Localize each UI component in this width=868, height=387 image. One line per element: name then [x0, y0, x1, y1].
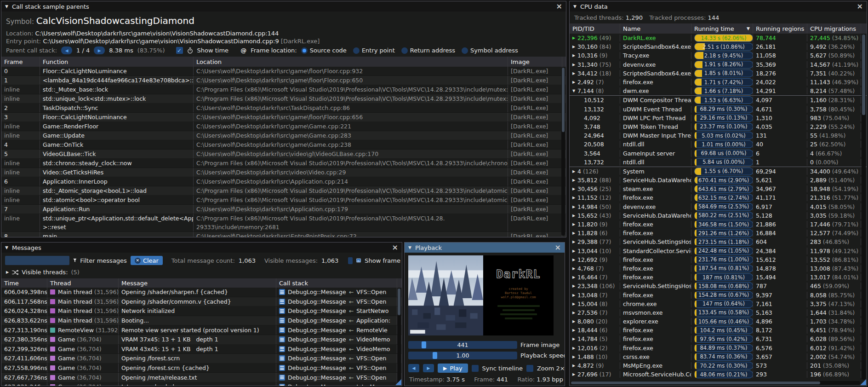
- table-row[interactable]: ▶14,784 (5)firefox.exe97.95 ms (0.42%)6,…: [570, 335, 867, 343]
- table-row[interactable]: ▶13,044 (10)StandardCollector.Servic242.…: [570, 247, 867, 255]
- close-icon[interactable]: ×: [392, 244, 398, 251]
- table-row[interactable]: 0Floor::CalcLightNoLuminanceC:\Users\wol…: [1, 67, 566, 76]
- sync-timeline-checkbox[interactable]: [472, 365, 479, 372]
- expand-row-icon[interactable]: ▶: [572, 346, 577, 350]
- table-row[interactable]: inlineGame::RenderFloorC:\Users\wolf\Des…: [1, 122, 566, 131]
- expand-row-icon[interactable]: ▶: [572, 302, 577, 306]
- expand-row-icon[interactable]: ▶: [572, 311, 577, 315]
- table-row[interactable]: 627,411,606nsGame (36,704)Opening /fores…: [1, 354, 402, 364]
- expand-row-icon[interactable]: ▶: [572, 319, 577, 323]
- table-row[interactable]: ▶11,152 (12)firefox.exe632.15 ms (2.74%)…: [570, 193, 867, 202]
- collapse-icon[interactable]: ▼: [5, 4, 8, 9]
- table-row[interactable]: ▶11,820 (9)firefox.exe346.58 ms (1.50%)2…: [570, 220, 867, 229]
- column-header-name[interactable]: Name: [620, 23, 691, 34]
- expand-row-icon[interactable]: ▶: [572, 372, 577, 376]
- expand-row-icon[interactable]: ▶: [572, 45, 577, 49]
- expand-row-icon[interactable]: ▶: [572, 187, 577, 191]
- table-row[interactable]: ▶30,456 (25)steam.exe643.61 ms (2.79%)34…: [570, 185, 867, 193]
- table-row[interactable]: ▶31,340 (75)devenv.exe1.91 s (8.26%)35,3…: [570, 60, 867, 69]
- table-row[interactable]: 626,833,622nsMain thread (31,596)Booting…: [1, 316, 402, 326]
- table-row[interactable]: ▶1,488 (10)csrss.exe83.74 ms (0.36%)3,65…: [570, 352, 867, 361]
- table-row[interactable]: ▶2,492 (7)firefox.exe1.71 s (7.42%)24,02…: [570, 78, 867, 87]
- table-row[interactable]: ▶34,412 (18)ScriptedSandbox64.exe1.85 s …: [570, 69, 867, 78]
- expand-row-icon[interactable]: ▶: [572, 284, 577, 288]
- frame-location-radio-symbol-address[interactable]: Symbol address: [462, 47, 518, 54]
- table-row[interactable]: ▶30,160 (84)ScriptedSandbox64.exe2.51 s …: [570, 42, 867, 51]
- table-row[interactable]: ▶11,828 (6)firefox.exe291.26 ms (1.26%)1…: [570, 229, 867, 237]
- expand-row-icon[interactable]: ▶: [572, 231, 577, 235]
- table-row[interactable]: inlinestd::chrono::steady_clock::nowC:\P…: [1, 159, 566, 168]
- table-row[interactable]: 20,508ntdll.dll1.01 ms (0.00%)4025 (62.5…: [570, 140, 867, 149]
- collapse-icon[interactable]: ▼: [5, 245, 8, 250]
- column-header-message[interactable]: Message: [119, 278, 276, 288]
- messages-scrollbar[interactable]: [397, 288, 401, 384]
- table-row[interactable]: 4Game::OnTickC:\Users\wolf\Desktop\darkr…: [1, 140, 566, 150]
- messages-titlebar[interactable]: ▼ Messages ×: [1, 243, 402, 253]
- table-row[interactable]: inlinestd::unique_lock<std::mutex>::lock…: [1, 94, 566, 104]
- show-time-checkbox[interactable]: ✓: [176, 47, 183, 54]
- table-row[interactable]: 3Floor::CalcLightNoLuminanceC:\Users\wol…: [1, 113, 566, 122]
- frame-location-radio-return-address[interactable]: Return address: [401, 47, 455, 54]
- table-row[interactable]: 8mainC:\Users\wolf\Desktop\darkrl\src\En…: [1, 232, 566, 237]
- table-row[interactable]: ▶15,652 (43)ServiceHub.DataWarehou580.22…: [570, 211, 867, 220]
- table-row[interactable]: inlineGame::UpdateC:\Users\wolf\Desktop\…: [1, 131, 566, 140]
- table-row[interactable]: ▶12,016 (2)firefox.exe84.89 ms (0.37%)6,…: [570, 344, 867, 352]
- table-row[interactable]: ▶4,872 (9)MsMpEng.exe70.22 ms (0.30%)573…: [570, 361, 867, 370]
- expand-row-icon[interactable]: ▶: [572, 249, 577, 253]
- expand-row-icon[interactable]: ▶: [572, 169, 577, 173]
- table-row[interactable]: 626,024,328nsMain thread (31,596)Network…: [1, 306, 402, 316]
- playback-titlebar[interactable]: ▼ Playback ×: [405, 243, 565, 253]
- table-row[interactable]: 627,831,246nsGame (36,704)Intro menu loa…: [1, 382, 402, 386]
- table-row[interactable]: 4,092DWM LPC Port Thread29.16 ms (0.13%)…: [570, 114, 867, 122]
- collapse-icon[interactable]: ▼: [573, 4, 577, 9]
- next-callstack-button[interactable]: ▶: [94, 46, 105, 54]
- column-header-running-regions[interactable]: Running regions: [753, 23, 807, 34]
- callstack-titlebar[interactable]: ▼ Call stack sample parents ×: [1, 1, 566, 12]
- close-icon[interactable]: ×: [555, 244, 561, 251]
- expand-row-icon[interactable]: ▶: [572, 196, 577, 200]
- column-header-running-time[interactable]: Running time▼: [691, 23, 753, 34]
- expand-row-icon[interactable]: ▶: [572, 63, 577, 67]
- close-icon[interactable]: ×: [857, 3, 863, 10]
- table-row[interactable]: 6Application::InnerLoopC:\Users\wolf\Des…: [1, 177, 566, 186]
- expand-row-icon[interactable]: ▶: [572, 355, 577, 359]
- table-row[interactable]: 3,748DWM Token Thread23.37 ms (0.10%)4,0…: [570, 122, 867, 131]
- expand-row-icon[interactable]: ▶: [572, 71, 577, 75]
- table-row[interactable]: 627,380,356nsGame (36,704)VRAM 37x45: 13…: [1, 335, 402, 345]
- table-row[interactable]: 627,558,996nsGame (36,704)Opening /fores…: [1, 364, 402, 373]
- expand-row-icon[interactable]: ▶: [572, 258, 577, 262]
- expand-row-icon[interactable]: ▶: [572, 36, 577, 40]
- prev-callstack-button[interactable]: ◀: [61, 46, 72, 54]
- column-header-frame[interactable]: Frame: [1, 57, 40, 67]
- table-row[interactable]: 5VideoGLBase::TickC:\Users\wolf\Desktop\…: [1, 150, 566, 159]
- table-row[interactable]: ▶18,444 (6)firefox.exe104.2 ms (0.45%)8,…: [570, 326, 867, 335]
- table-row[interactable]: inlinestd::atomic<bool>::operator boolC:…: [1, 196, 566, 205]
- frame-location-radio-source-code[interactable]: Source code: [301, 47, 347, 54]
- expand-row-icon[interactable]: ▶: [572, 275, 577, 279]
- table-row[interactable]: 627,313,190nsRemoteView (31,392)Remote v…: [1, 325, 402, 335]
- cpu-scrollbar[interactable]: [862, 34, 866, 380]
- table-row[interactable]: ▶8,080 (20)explorer.exe105.66 ms (0.46%)…: [570, 317, 867, 326]
- table-row[interactable]: 10,512DWM Compositor Thread1.53 s (6.63%…: [570, 95, 867, 104]
- filter-input[interactable]: [5, 256, 69, 265]
- table-row[interactable]: inlineVideo::GetTicksHiResC:\Users\wolf\…: [1, 168, 566, 177]
- table-row[interactable]: inlinestd::_Atomic_storage<bool,1>::load…: [1, 186, 566, 196]
- table-row[interactable]: 13,732ntdll.dll5.84 us (0.00%)10 (0.00%): [570, 158, 867, 167]
- expand-row-icon[interactable]: ▶: [572, 214, 577, 218]
- frame-location-radio-entry-point[interactable]: Entry point: [353, 47, 395, 54]
- table-row[interactable]: ▶16,464 (7)firefox.exe187 ms (0.81%)15,4…: [570, 273, 867, 282]
- expand-row-icon[interactable]: ▶: [572, 178, 577, 182]
- table-row[interactable]: ▶15,004 (8)chrome.exe147 ms (0.64%)7,161…: [570, 300, 867, 308]
- expand-row-icon[interactable]: ▶: [572, 240, 577, 244]
- column-header-function[interactable]: Function: [40, 57, 194, 67]
- step-forward-button[interactable]: ▶: [423, 364, 434, 372]
- show-frame-checkbox[interactable]: [348, 257, 353, 264]
- table-row[interactable]: inlinestd::_Mutex_base::lockC:\Program F…: [1, 85, 566, 94]
- expand-row-icon[interactable]: ▶: [572, 53, 577, 58]
- step-back-button[interactable]: ◀: [408, 364, 419, 372]
- column-header-image[interactable]: Image: [508, 57, 562, 67]
- table-row[interactable]: 1<lambda_84a19dc444fae966ca174e83e708bdc…: [1, 76, 566, 85]
- table-row[interactable]: ▶4,768 (7)firefox.exe187.54 ms (0.81%)14…: [570, 264, 867, 273]
- table-row[interactable]: 2TaskDispatch::SyncC:\Users\wolf\Desktop…: [1, 104, 566, 113]
- table-row[interactable]: ▶29,388 (77)ServiceHub.SettingsHost273.1…: [570, 237, 867, 246]
